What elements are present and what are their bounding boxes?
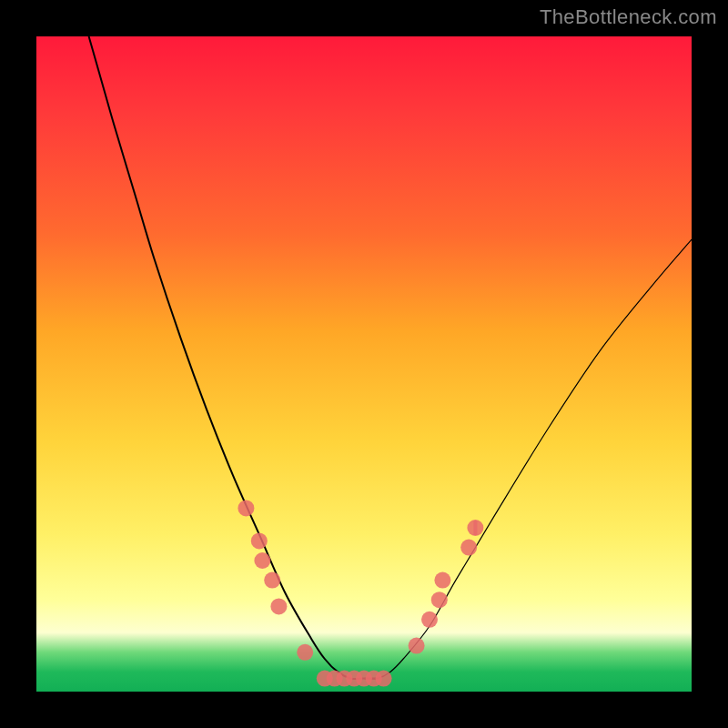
curve-right [364, 239, 692, 679]
bead-marker [409, 638, 425, 654]
bead-marker [297, 644, 313, 661]
bead-marker [270, 598, 287, 614]
bead-marker [431, 592, 448, 608]
bead-marker [251, 532, 268, 549]
bead-marker [376, 671, 392, 687]
bead-marker [421, 612, 438, 628]
chart-frame: TheBottleneck.com [0, 0, 728, 728]
bead-marker [254, 552, 270, 569]
bead-marker [460, 540, 477, 556]
plot-area [36, 36, 692, 692]
bead-rect-marker [473, 521, 477, 535]
bead-marker [434, 572, 450, 589]
marker-beads [238, 500, 483, 686]
curve-svg [36, 36, 692, 692]
curve-left [89, 36, 378, 679]
bead-marker [238, 500, 254, 516]
watermark-text: TheBottleneck.com [540, 5, 717, 29]
bead-marker [264, 572, 280, 589]
